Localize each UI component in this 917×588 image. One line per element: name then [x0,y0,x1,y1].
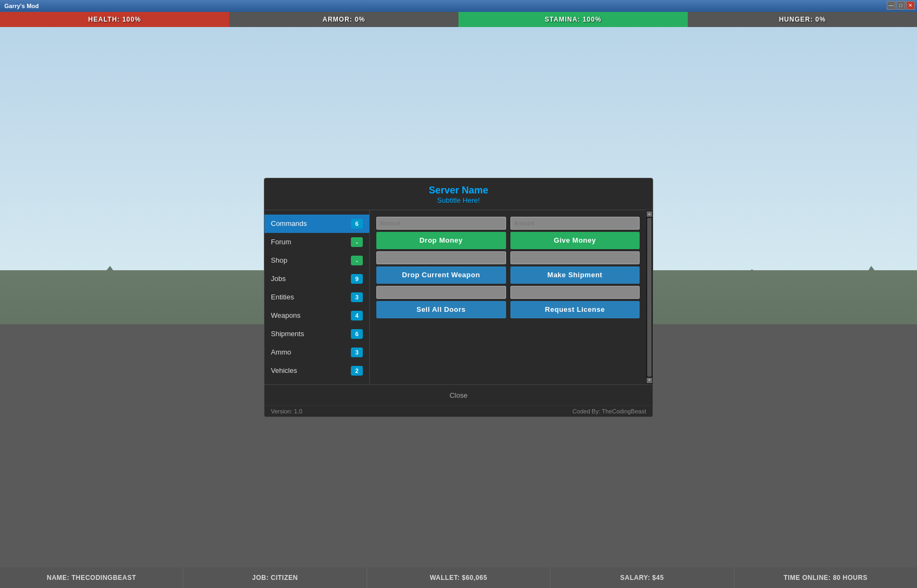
sidebar-item-jobs[interactable]: Jobs9 [264,270,369,288]
drop-weapon-input[interactable] [376,251,506,264]
coded-by-text: Coded By: TheCodingBeast [573,408,646,415]
server-subtitle: Subtitle Here! [273,196,644,204]
dialog-scrollbar[interactable]: ▲ ▼ [646,210,653,384]
status-salary: SALARY: $45 [550,567,734,588]
sidebar: Commands6Forum-Shop-Jobs9Entities3Weapon… [264,210,370,384]
sidebar-item-label: Weapons [271,311,301,319]
version-text: Version: 1.0 [271,408,302,415]
sell-doors-input[interactable] [376,286,506,299]
app-title: Garry's Mod [4,3,39,9]
drop-money-amount-input[interactable] [376,217,506,230]
sidebar-item-commands[interactable]: Commands6 [264,215,369,233]
sidebar-item-shop[interactable]: Shop- [264,251,369,270]
sidebar-item-label: Forum [271,238,291,246]
hunger-bar: HUNGER: 0% [688,12,917,27]
sidebar-badge: 3 [351,348,363,357]
sidebar-badge: 9 [351,274,363,284]
sidebar-item-label: Entities [271,293,294,301]
sidebar-badge: 2 [351,366,363,376]
request-license-button[interactable]: Request License [510,301,640,318]
window-controls: — □ ✕ [887,1,915,10]
command-col-1: Drop Money Drop Current Weapon Sell All … [376,217,506,318]
dialog-header: Server Name Subtitle Here! [264,178,653,210]
status-bar: NAME: THECODINGBEAST JOB: CITIZEN WALLET… [0,567,917,588]
scroll-thumb[interactable] [647,218,652,377]
content-area: Drop Money Drop Current Weapon Sell All … [370,210,646,384]
title-bar: Garry's Mod — □ ✕ [0,0,917,12]
sidebar-badge: 4 [351,311,363,320]
scroll-up-arrow[interactable]: ▲ [647,211,652,217]
sell-all-doors-button[interactable]: Sell All Doors [376,301,506,318]
give-money-amount-input[interactable] [510,217,640,230]
sidebar-item-label: Commands [271,219,307,228]
command-grid: Drop Money Drop Current Weapon Sell All … [376,217,640,318]
sidebar-badge: - [351,237,363,247]
sidebar-badge: - [351,256,363,265]
sidebar-item-shipments[interactable]: Shipments6 [264,325,369,343]
dialog-main: Commands6Forum-Shop-Jobs9Entities3Weapon… [264,210,653,384]
sidebar-item-ammo[interactable]: Ammo3 [264,343,369,362]
drop-money-button[interactable]: Drop Money [376,232,506,249]
status-job: JOB: CITIZEN [183,567,367,588]
sidebar-item-label: Jobs [271,275,285,283]
minimize-button[interactable]: — [887,1,895,10]
status-name: NAME: THECODINGBEAST [0,567,183,588]
sidebar-badge: 6 [351,329,363,339]
sidebar-item-entities[interactable]: Entities3 [264,288,369,306]
sidebar-item-weapons[interactable]: Weapons4 [264,306,369,325]
hud-bars: HEALTH: 100% ARMOR: 0% STAMINA: 100% HUN… [0,12,917,27]
sidebar-item-vehicles[interactable]: Vehicles2 [264,362,369,380]
sidebar-item-label: Ammo [271,348,291,356]
dialog-footer: Close [264,384,653,405]
stamina-bar: STAMINA: 100% [458,12,688,27]
make-shipment-input[interactable] [510,251,640,264]
give-money-button[interactable]: Give Money [510,232,640,249]
request-license-input[interactable] [510,286,640,299]
sidebar-badge: 6 [351,219,363,229]
modal-overlay: Server Name Subtitle Here! Commands6Foru… [0,27,917,567]
make-shipment-button[interactable]: Make Shipment [510,266,640,284]
maximize-button[interactable]: □ [896,1,905,10]
dialog: Server Name Subtitle Here! Commands6Foru… [264,178,653,417]
scroll-down-arrow[interactable]: ▼ [647,378,652,383]
server-name: Server Name [273,185,644,196]
sidebar-item-label: Vehicles [271,366,297,375]
close-window-button[interactable]: ✕ [906,1,915,10]
armor-bar: ARMOR: 0% [229,12,458,27]
dialog-version: Version: 1.0 Coded By: TheCodingBeast [264,405,653,417]
sidebar-item-label: Shop [271,256,287,264]
command-col-2: Give Money Make Shipment Request License [510,217,640,318]
sidebar-badge: 3 [351,292,363,302]
close-dialog-button[interactable]: Close [449,391,467,399]
status-time: TIME ONLINE: 80 HOURS [734,567,917,588]
sidebar-item-label: Shipments [271,330,304,338]
drop-current-weapon-button[interactable]: Drop Current Weapon [376,266,506,284]
health-bar: HEALTH: 100% [0,12,229,27]
sidebar-item-forum[interactable]: Forum- [264,233,369,251]
status-wallet: WALLET: $60,065 [367,567,550,588]
